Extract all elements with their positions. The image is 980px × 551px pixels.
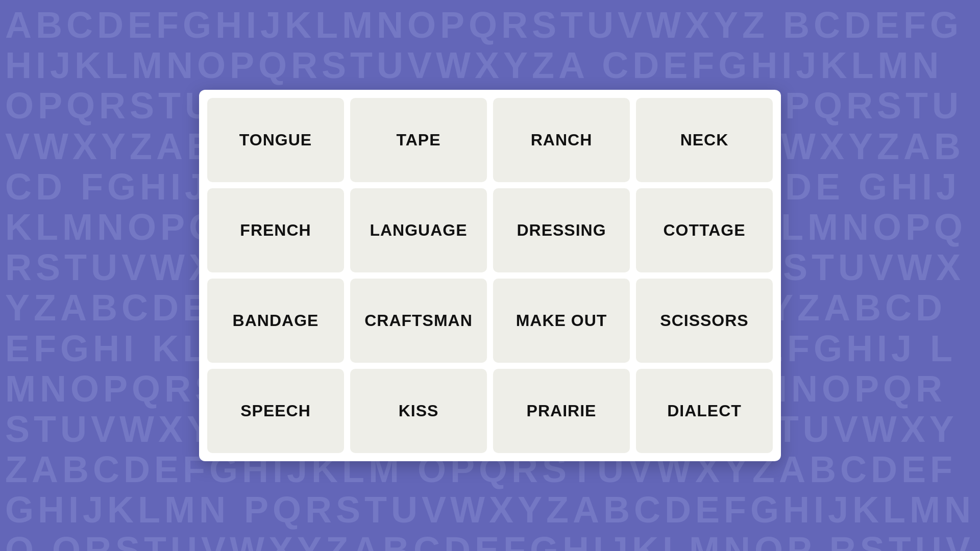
card-label-speech: SPEECH (240, 402, 311, 420)
card-label-french: FRENCH (240, 221, 311, 240)
card-tape[interactable]: TAPE (350, 98, 487, 182)
card-label-scissors: SCISSORS (660, 311, 748, 330)
card-label-prairie: PRAIRIE (527, 402, 597, 420)
card-label-tape: TAPE (397, 131, 441, 149)
card-speech[interactable]: SPEECH (207, 369, 344, 453)
card-tongue[interactable]: TONGUE (207, 98, 344, 182)
card-label-neck: NECK (680, 131, 729, 149)
card-label-kiss: KISS (399, 402, 439, 420)
card-ranch[interactable]: RANCH (493, 98, 630, 182)
card-neck[interactable]: NECK (636, 98, 773, 182)
card-label-dialect: DIALECT (667, 402, 742, 420)
card-prairie[interactable]: PRAIRIE (493, 369, 630, 453)
card-label-language: LANGUAGE (370, 221, 467, 240)
card-label-cottage: COTTAGE (663, 221, 745, 240)
card-label-dressing: DRESSING (517, 221, 606, 240)
card-kiss[interactable]: KISS (350, 369, 487, 453)
card-cottage[interactable]: COTTAGE (636, 188, 773, 272)
card-language[interactable]: LANGUAGE (350, 188, 487, 272)
card-craftsman[interactable]: CRAFTSMAN (350, 279, 487, 363)
card-make-out[interactable]: MAKE OUT (493, 279, 630, 363)
card-dialect[interactable]: DIALECT (636, 369, 773, 453)
card-label-bandage: BANDAGE (233, 311, 319, 330)
card-bandage[interactable]: BANDAGE (207, 279, 344, 363)
card-label-tongue: TONGUE (239, 131, 312, 149)
card-label-craftsman: CRAFTSMAN (364, 311, 473, 330)
card-scissors[interactable]: SCISSORS (636, 279, 773, 363)
card-grid-container: TONGUETAPERANCHNECKFRENCHLANGUAGEDRESSIN… (199, 90, 781, 461)
card-french[interactable]: FRENCH (207, 188, 344, 272)
card-label-make-out: MAKE OUT (516, 311, 607, 330)
card-grid: TONGUETAPERANCHNECKFRENCHLANGUAGEDRESSIN… (207, 98, 773, 453)
card-dressing[interactable]: DRESSING (493, 188, 630, 272)
card-label-ranch: RANCH (531, 131, 593, 149)
